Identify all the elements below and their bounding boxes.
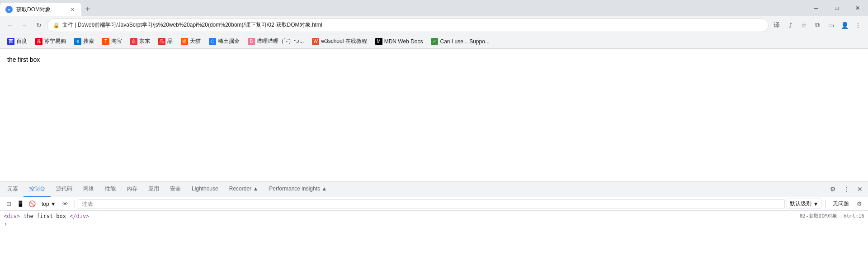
- address-bar[interactable]: 🔒 文件 | D:/web前端学习/JavaScrpt学习/js%20web%2…: [47, 19, 769, 32]
- bookmark-icon-suning: 苏: [35, 38, 42, 45]
- first-box-text: the first box: [7, 56, 40, 63]
- bookmark-icon-edge: e: [74, 38, 81, 45]
- active-tab[interactable]: ● 获取DOM对象 ✕: [0, 3, 81, 16]
- bookmark-label-w3: w3school 在线教程: [321, 37, 367, 45]
- file-reference[interactable]: 02-获取DOM对象 .html:16: [800, 213, 864, 219]
- bookmark-label-taobao: 淘宝: [111, 37, 122, 45]
- title-bar: ● 获取DOM对象 ✕ + ─ □ ✕: [0, 0, 868, 16]
- share-button[interactable]: ⤴: [784, 19, 797, 32]
- bookmark-label-suning: 苏宁易购: [44, 37, 66, 45]
- forward-button[interactable]: →: [18, 19, 31, 32]
- page-content: the first box: [0, 49, 868, 181]
- bookmark-item-w3[interactable]: Ww3school 在线教程: [308, 36, 370, 46]
- device-toggle-button[interactable]: 📱: [15, 199, 25, 209]
- lock-icon: 🔒: [53, 22, 60, 28]
- bookmark-item-caniuse[interactable]: ✓Can I use... Suppo...: [427, 37, 493, 46]
- tab-title: 获取DOM对象: [16, 6, 65, 14]
- bookmark-label-edge: 搜索: [83, 37, 94, 45]
- html-tag-open: <div>: [4, 213, 20, 219]
- eye-button[interactable]: 👁: [61, 199, 71, 209]
- tab-close-button[interactable]: ✕: [69, 6, 76, 13]
- bookmark-label-mdn: MDN Web Docs: [384, 38, 423, 45]
- bookmark-icon-tianmao: 猫: [181, 38, 188, 45]
- window-controls: ─ □ ✕: [806, 0, 868, 16]
- context-arrow: ▼: [51, 201, 56, 207]
- no-issues-label: 无问题: [829, 199, 853, 209]
- devtools-tab-application[interactable]: 应用: [143, 181, 165, 197]
- nav-right-buttons: 译 ⤴ ☆ ⧉ ▭ 👤 ⋮: [770, 19, 864, 32]
- bookmark-item-xitu[interactable]: ⬡稀土掘金: [205, 36, 243, 46]
- devtools-more-button[interactable]: ⋮: [840, 183, 853, 195]
- bookmark-label-xitu: 稀土掘金: [218, 37, 240, 45]
- bookmark-label-jingdong: 京东: [139, 37, 150, 45]
- devtools-tab-console[interactable]: 控制台: [24, 181, 51, 197]
- profile-button[interactable]: 👤: [838, 19, 851, 32]
- bookmarks-bar: 百百度苏苏宁易购e搜索T淘宝京京东品品猫天猫⬡稀土掘金B哔哩哔哩（´-'）つ..…: [0, 34, 868, 49]
- devtools-tab-performance-insights[interactable]: Performance insights ▲: [264, 181, 332, 197]
- devtools-tab-recorder[interactable]: Recorder ▲: [224, 181, 264, 197]
- new-tab-button[interactable]: +: [81, 3, 94, 15]
- html-tag-close: </div>: [70, 213, 89, 219]
- minimize-button[interactable]: ─: [806, 0, 826, 16]
- refresh-button[interactable]: ↻: [33, 19, 45, 32]
- level-arrow: ▼: [813, 201, 818, 207]
- inspect-button[interactable]: ⊡: [4, 199, 14, 209]
- bookmark-icon-caniuse: ✓: [431, 38, 438, 45]
- bookmark-label-pinduoduo: 品: [167, 37, 173, 45]
- console-prompt: ›: [4, 219, 864, 228]
- address-text: 文件 | D:/web前端学习/JavaScrpt学习/js%20web%20a…: [62, 21, 763, 29]
- console-dom-line: <div>the first box</div> 02-获取DOM对象 .htm…: [4, 213, 864, 219]
- console-content: <div>the first box</div> 02-获取DOM对象 .htm…: [0, 211, 868, 260]
- bookmark-item-bilibili[interactable]: B哔哩哔哩（´-'）つ...: [244, 36, 307, 46]
- bookmark-item-jingdong[interactable]: 京京东: [127, 36, 154, 46]
- menu-button[interactable]: ⋮: [852, 19, 864, 32]
- bookmark-item-taobao[interactable]: T淘宝: [99, 36, 126, 46]
- devtools-tab-lighthouse[interactable]: Lighthouse: [186, 181, 224, 197]
- devtools-tab-performance[interactable]: 性能: [99, 181, 121, 197]
- level-select[interactable]: 默认级别 ▼: [787, 199, 821, 209]
- context-selector[interactable]: top ▼: [39, 200, 59, 208]
- devtools-tab-memory[interactable]: 内存: [121, 181, 143, 197]
- bookmark-icon-jingdong: 京: [130, 38, 137, 45]
- devtools-tab-right-controls: ⚙ ⋮ ✕: [826, 183, 866, 195]
- devtools-tab-network[interactable]: 网络: [78, 181, 99, 197]
- prompt-chevron-icon: ›: [4, 220, 7, 228]
- extensions-button[interactable]: ⧉: [811, 19, 824, 32]
- bookmark-item-baidu[interactable]: 百百度: [4, 36, 31, 46]
- bookmark-item-pinduoduo[interactable]: 品品: [155, 36, 176, 46]
- bookmark-icon-baidu: 百: [7, 38, 14, 45]
- devtools-close-button[interactable]: ✕: [854, 183, 866, 195]
- bookmark-icon-taobao: T: [102, 38, 109, 45]
- context-label: top: [42, 201, 49, 207]
- devtools-tabs: 元素控制台源代码网络性能内存应用安全LighthouseRecorder ▲Pe…: [0, 181, 868, 197]
- bookmark-item-edge[interactable]: e搜索: [71, 36, 98, 46]
- ban-button[interactable]: 🚫: [27, 199, 37, 209]
- bookmark-icon-mdn: M: [375, 38, 382, 45]
- devtools-settings-button[interactable]: ⚙: [826, 183, 839, 195]
- bookmark-item-suning[interactable]: 苏苏宁易购: [32, 36, 70, 46]
- devtools-tab-security[interactable]: 安全: [165, 181, 186, 197]
- translate-button[interactable]: 译: [770, 19, 783, 32]
- bookmark-item-mdn[interactable]: MMDN Web Docs: [372, 37, 427, 46]
- bookmark-label-tianmao: 天猫: [190, 37, 201, 45]
- devtools-tab-source[interactable]: 源代码: [51, 181, 78, 197]
- html-text-node: the first box: [24, 213, 66, 219]
- sidebar-button[interactable]: ▭: [825, 19, 837, 32]
- back-button[interactable]: ←: [4, 19, 16, 32]
- tab-area: ● 获取DOM对象 ✕ +: [0, 0, 806, 16]
- bookmark-item-tianmao[interactable]: 猫天猫: [177, 36, 204, 46]
- bookmark-label-baidu: 百度: [16, 37, 27, 45]
- close-window-button[interactable]: ✕: [847, 0, 868, 16]
- bookmark-button[interactable]: ☆: [797, 19, 810, 32]
- bookmark-icon-bilibili: B: [248, 38, 255, 45]
- bookmark-icon-w3: W: [312, 38, 319, 45]
- bookmark-label-caniuse: Can I use... Suppo...: [440, 38, 489, 45]
- tab-favicon: ●: [5, 6, 13, 13]
- filter-input[interactable]: [78, 199, 785, 209]
- level-label: 默认级别: [790, 200, 811, 208]
- bookmark-icon-pinduoduo: 品: [158, 38, 165, 45]
- devtools-panel: 元素控制台源代码网络性能内存应用安全LighthouseRecorder ▲Pe…: [0, 181, 868, 260]
- issues-settings-button[interactable]: ⚙: [854, 199, 864, 209]
- devtools-tab-elements[interactable]: 元素: [2, 181, 24, 197]
- restore-button[interactable]: □: [826, 0, 847, 16]
